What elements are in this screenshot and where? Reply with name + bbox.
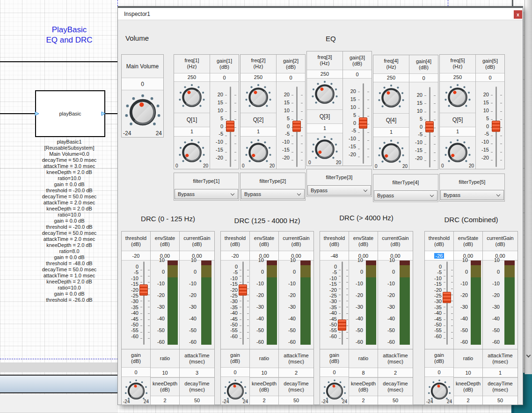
q-header: Q[1] [174, 113, 210, 127]
gain-value[interactable]: 0 [343, 70, 372, 79]
gain-knob[interactable]: -2424 [221, 377, 249, 405]
drc4-panel: threshold(dB) -26 0-5-10-15-20-25-30-35-… [424, 231, 518, 405]
attacktime-value[interactable]: 1 [483, 368, 517, 377]
currentgain-meter: 100-10-20-30-40-50-60 [279, 261, 313, 349]
freq-value[interactable]: 250 [440, 73, 475, 82]
decaytime-value[interactable]: 50 [279, 396, 313, 405]
threshold-value[interactable]: -20 [221, 251, 249, 261]
q-value[interactable]: 1 [440, 127, 475, 137]
q-knob[interactable]: 020 [373, 137, 409, 169]
attacktime-header: attackTime(msec) [180, 349, 214, 368]
kneedepth-value[interactable]: 2 [250, 396, 278, 405]
threshold-slider[interactable]: 0-5-10-15-20-25-30-35-40-45-50-55-60 [221, 261, 249, 349]
freq-value[interactable]: 250 [373, 74, 409, 82]
scroll-down-icon[interactable] [526, 353, 531, 358]
slider-handle[interactable] [425, 121, 434, 132]
slider-handle[interactable] [239, 284, 247, 296]
slider-handle[interactable] [492, 121, 500, 132]
threshold-header: threshold(dB) [122, 232, 150, 251]
kneedepth-value[interactable]: 2 [151, 396, 179, 405]
threshold-slider[interactable]: 0-5-10-15-20-25-30-35-40-45-50-55-60 [425, 261, 453, 349]
kneedepth-header: kneeDepth(dB) [151, 377, 179, 396]
gain-knob[interactable]: -2424 [320, 377, 349, 405]
q-value[interactable]: 1 [240, 127, 276, 137]
filtertype-select[interactable]: Bypass [374, 190, 437, 201]
chevron-down-icon [496, 193, 500, 196]
freq-knob[interactable] [174, 82, 210, 113]
decaytime-value[interactable]: 50 [378, 396, 413, 405]
gain-knob[interactable]: -2424 [425, 377, 453, 405]
threshold-slider[interactable]: 0-5-10-15-20-25-30-35-40-45-50-55-60 [320, 261, 349, 349]
slider-handle[interactable] [338, 319, 346, 331]
gain-value[interactable]: 0 [409, 74, 438, 82]
slider-handle[interactable] [359, 117, 367, 129]
q-knob[interactable]: 020 [240, 137, 276, 169]
q-value[interactable]: 1 [373, 128, 409, 137]
attacktime-header: attackTime(msec) [279, 349, 313, 368]
gain-slider[interactable]: 20151050-5-10-15-20 [210, 82, 239, 169]
threshold-value[interactable]: -20 [122, 251, 150, 261]
window-titlebar[interactable]: Inspector1 x [118, 8, 523, 20]
gain-value[interactable]: 0 [221, 368, 249, 377]
ratio-value[interactable]: 8 [349, 368, 378, 377]
main-volume-knob[interactable]: -24 24 [122, 90, 163, 137]
decaytime-value[interactable]: 50 [180, 396, 214, 405]
gain-slider[interactable]: 20151050-5-10-15-20 [343, 79, 372, 166]
drc2-title: DRC (125 - 4000 Hz) [220, 217, 314, 225]
kneedepth-value[interactable]: 2 [454, 396, 482, 405]
freq-value[interactable]: 250 [307, 70, 343, 79]
gain-slider[interactable]: 20151050-5-10-15-20 [277, 82, 305, 169]
freq-value[interactable]: 250 [174, 73, 210, 82]
filtertype-select[interactable]: Bypass [440, 190, 504, 200]
filtertype-select[interactable]: Bypass [307, 185, 371, 196]
gain-value[interactable]: 0 [122, 368, 150, 377]
attacktime-value[interactable]: 2 [279, 368, 313, 377]
freq-value[interactable]: 250 [240, 73, 276, 82]
q-value[interactable]: 1 [174, 127, 210, 137]
playbasic-subsystem-block[interactable]: playBasic [35, 90, 105, 137]
threshold-value[interactable]: -48 [320, 251, 349, 261]
q-knob[interactable]: 020 [440, 137, 475, 169]
gain-value[interactable]: 0 [425, 368, 453, 377]
filtertype-select[interactable]: Bypass [175, 189, 238, 199]
gain-slider[interactable]: 20151050-5-10-15-20 [409, 82, 438, 169]
decaytime-header: decayTime(msec) [378, 377, 413, 396]
decaytime-value[interactable]: 50 [483, 396, 517, 405]
slider-handle[interactable] [226, 121, 234, 132]
threshold-value-editing[interactable]: -26 [425, 251, 453, 261]
attacktime-value[interactable]: 2 [378, 368, 413, 377]
kneedepth-value[interactable]: 2 [349, 396, 378, 405]
q-knob[interactable]: 020 [174, 137, 210, 169]
freq-knob[interactable] [307, 79, 343, 110]
threshold-slider[interactable]: 0-5-10-15-20-25-30-35-40-45-50-55-60 [122, 261, 150, 349]
q-knob[interactable]: 020 [307, 133, 343, 166]
signal-wire [0, 113, 35, 114]
gain-knob[interactable]: -2424 [122, 377, 150, 405]
attacktime-value[interactable]: 3 [180, 368, 214, 377]
ratio-value[interactable]: 10 [250, 368, 278, 377]
slider-handle[interactable] [139, 284, 148, 296]
q-value[interactable]: 1 [307, 124, 343, 133]
gain-header: gain[3](dB) [343, 51, 372, 70]
gain-value[interactable]: 0 [277, 73, 305, 82]
freq-knob[interactable] [373, 82, 409, 114]
gain-value[interactable]: 0 [320, 368, 349, 377]
gain-slider[interactable]: 20151050-5-10-15-20 [476, 82, 504, 169]
meter-bar [366, 261, 376, 345]
gain-value[interactable]: 0 [210, 73, 239, 82]
gain-value[interactable]: 0 [476, 73, 504, 82]
main-volume-value[interactable]: 0 [122, 78, 163, 90]
ratio-value[interactable]: 10 [151, 368, 179, 377]
ratio-value[interactable]: 10 [454, 368, 482, 377]
kneedepth-header: kneeDepth(dB) [250, 377, 278, 396]
freq-knob[interactable] [240, 82, 276, 113]
close-button[interactable]: x [514, 10, 522, 19]
vertical-scrollbar[interactable] [525, 0, 532, 374]
page-boundary-line [117, 0, 118, 6]
drc4-title: DRC (Combined) [424, 216, 518, 224]
freq-knob[interactable] [440, 82, 475, 113]
slider-handle[interactable] [292, 121, 301, 132]
filtertype-select[interactable]: Bypass [241, 189, 305, 199]
slider-handle[interactable] [443, 292, 451, 303]
freq-header: freq[5](Hz) [440, 55, 475, 73]
